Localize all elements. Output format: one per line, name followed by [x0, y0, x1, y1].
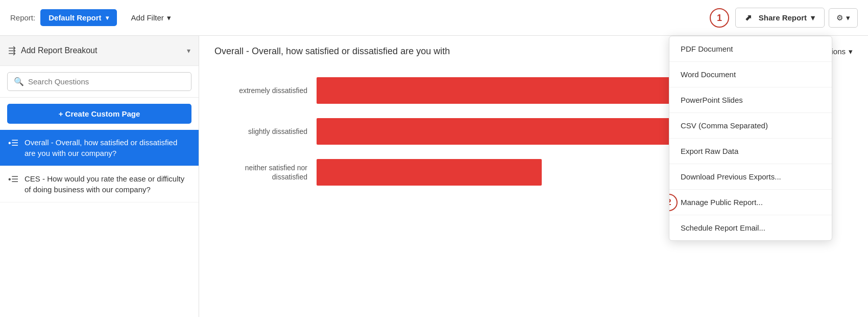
breakout-label: Add Report Breakout: [21, 46, 187, 55]
dropdown-item-csv[interactable]: CSV (Comma Separated): [669, 113, 832, 139]
dropdown-item-pdf[interactable]: PDF Document: [669, 36, 832, 62]
search-wrapper: 🔍: [7, 72, 191, 91]
search-input[interactable]: [28, 77, 185, 86]
gear-chevron-icon: ▾: [846, 13, 850, 22]
manage-public-label: Manage Public Report...: [681, 198, 763, 207]
add-report-breakout-button[interactable]: ⇶ Add Report Breakout ▾: [0, 36, 199, 66]
create-custom-page-button[interactable]: + Create Custom Page: [7, 104, 191, 124]
search-icon: 🔍: [14, 77, 24, 86]
step-badge-2: 2: [669, 194, 678, 211]
share-report-label: Share Report: [759, 13, 807, 22]
chevron-down-icon: ▾: [167, 13, 171, 22]
chart-label-1: extremely dissatisfied: [214, 86, 317, 95]
dropdown-item-schedule[interactable]: Schedule Report Email...: [669, 215, 832, 240]
list-icon: •☰: [8, 138, 18, 148]
sidebar-item-label: Overall - Overall, how satisfied or diss…: [25, 137, 190, 158]
step-badge-1: 1: [710, 8, 729, 28]
header-bar: Report: Default Report ▾ Add Filter ▾ 1 …: [0, 0, 868, 36]
share-report-button[interactable]: ⬈ Share Report ▾: [735, 8, 825, 28]
default-report-label: Default Report: [49, 13, 101, 22]
dropdown-item-powerpoint[interactable]: PowerPoint Slides: [669, 87, 832, 113]
chart-label-2: slightly dissatisfied: [214, 127, 317, 136]
content-title: Overall - Overall, how satisfied or diss…: [214, 46, 450, 57]
create-custom-label: + Create Custom Page: [59, 109, 140, 118]
word-document-label: Word Document: [681, 70, 736, 79]
gear-button[interactable]: ⚙ ▾: [829, 8, 858, 28]
dropdown-item-word[interactable]: Word Document: [669, 62, 832, 87]
default-report-button[interactable]: Default Report ▾: [40, 9, 116, 26]
chart-bar-3: [317, 159, 542, 186]
dropdown-item-manage-public[interactable]: 2 Manage Public Report...: [669, 190, 832, 215]
breakout-icon: ⇶: [8, 45, 16, 56]
add-filter-label: Add Filter: [131, 13, 164, 22]
chart-bar-1: [317, 77, 681, 104]
add-filter-button[interactable]: Add Filter ▾: [123, 9, 179, 27]
chevron-down-icon: ▾: [187, 47, 190, 55]
sidebar-item-overall[interactable]: •☰ Overall - Overall, how satisfied or d…: [0, 130, 199, 166]
chevron-down-icon: ▾: [849, 47, 853, 56]
report-label: Report:: [10, 13, 35, 22]
chart-bar-2: [317, 118, 703, 145]
sidebar-item-label: CES - How would you rate the ease or dif…: [25, 173, 190, 195]
chevron-down-icon: ▾: [811, 13, 815, 22]
schedule-report-label: Schedule Report Email...: [681, 223, 765, 232]
csv-label: CSV (Comma Separated): [681, 121, 768, 130]
list-icon: •☰: [8, 174, 18, 184]
sidebar: ⇶ Add Report Breakout ▾ 🔍 + Create Custo…: [0, 36, 199, 317]
chevron-down-icon: ▾: [106, 14, 109, 21]
download-previous-label: Download Previous Exports...: [681, 172, 781, 181]
search-section: 🔍: [0, 66, 199, 98]
share-icon: ⬈: [745, 13, 752, 22]
share-report-dropdown: PDF Document Word Document PowerPoint Sl…: [669, 36, 832, 241]
export-raw-label: Export Raw Data: [681, 147, 738, 155]
chart-label-3: neither satisfied nor dissatisfied: [214, 163, 317, 182]
dropdown-item-download-previous[interactable]: Download Previous Exports...: [669, 164, 832, 190]
gear-icon: ⚙: [836, 13, 843, 22]
header-right: 1 ⬈ Share Report ▾ ⚙ ▾: [735, 8, 858, 28]
sidebar-items: •☰ Overall - Overall, how satisfied or d…: [0, 130, 199, 317]
sidebar-item-ces[interactable]: •☰ CES - How would you rate the ease or …: [0, 166, 199, 202]
powerpoint-label: PowerPoint Slides: [681, 96, 743, 104]
dropdown-item-export-raw[interactable]: Export Raw Data: [669, 139, 832, 164]
pdf-document-label: PDF Document: [681, 44, 733, 53]
